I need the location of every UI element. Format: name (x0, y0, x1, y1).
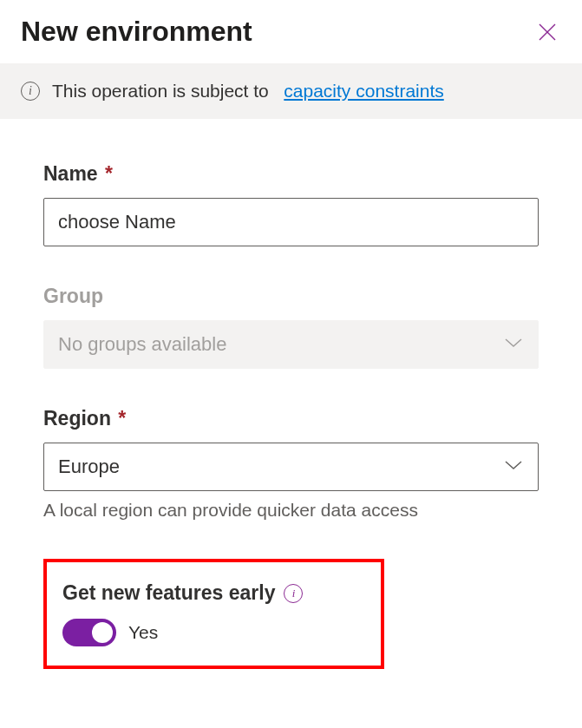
features-label: Get new features early (62, 581, 275, 605)
required-star: * (118, 407, 126, 430)
name-input[interactable] (43, 198, 539, 246)
info-icon: i (21, 82, 40, 101)
group-field: Group No groups available (43, 285, 539, 369)
region-select[interactable]: Europe (43, 443, 539, 491)
features-highlight-box: Get new features early i Yes (43, 559, 384, 669)
dialog-header: New environment (0, 0, 582, 63)
region-helper-text: A local region can provide quicker data … (43, 500, 539, 521)
banner-text: This operation is subject to (52, 81, 269, 101)
close-icon (538, 23, 557, 42)
features-toggle-label: Yes (128, 622, 158, 643)
required-star: * (105, 162, 113, 185)
toggle-knob (92, 622, 113, 643)
name-label-text: Name (43, 162, 98, 185)
group-label: Group (43, 285, 539, 308)
features-toggle-row: Yes (62, 619, 365, 646)
group-select: No groups available (43, 320, 539, 369)
features-toggle[interactable] (62, 619, 116, 646)
name-label: Name * (43, 162, 539, 186)
form-body: Name * Group No groups available Region … (0, 119, 582, 686)
region-field: Region * Europe A local region can provi… (43, 407, 539, 521)
region-value: Europe (58, 456, 120, 478)
capacity-constraints-link[interactable]: capacity constraints (284, 81, 443, 101)
group-placeholder: No groups available (58, 333, 226, 356)
info-banner-text: This operation is subject to capacity co… (52, 81, 444, 102)
name-field: Name * (43, 162, 539, 246)
features-label-row: Get new features early i (62, 581, 365, 605)
dialog-title: New environment (21, 16, 252, 48)
features-info-icon[interactable]: i (284, 584, 303, 603)
info-banner: i This operation is subject to capacity … (0, 63, 582, 119)
region-label-text: Region (43, 407, 111, 430)
close-button[interactable] (533, 18, 561, 46)
region-label: Region * (43, 407, 539, 430)
